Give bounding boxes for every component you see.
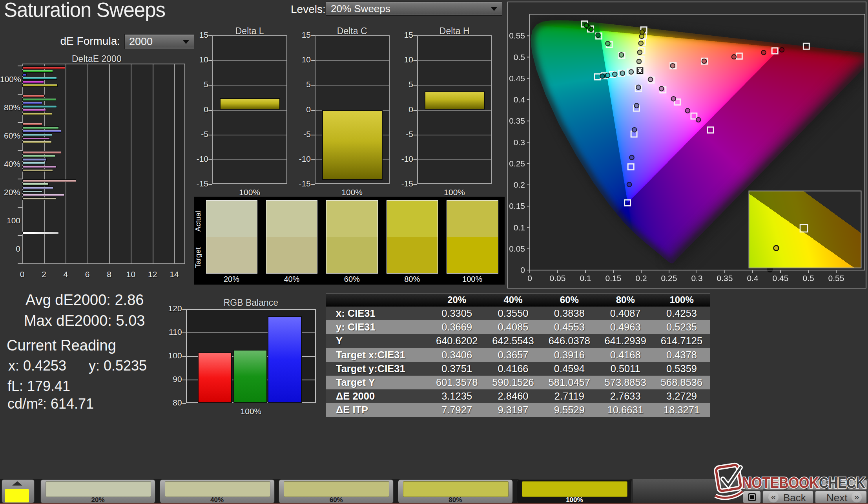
svg-text:NOTEBOOK: NOTEBOOK	[742, 475, 819, 491]
svg-text:CHECK: CHECK	[819, 475, 865, 491]
